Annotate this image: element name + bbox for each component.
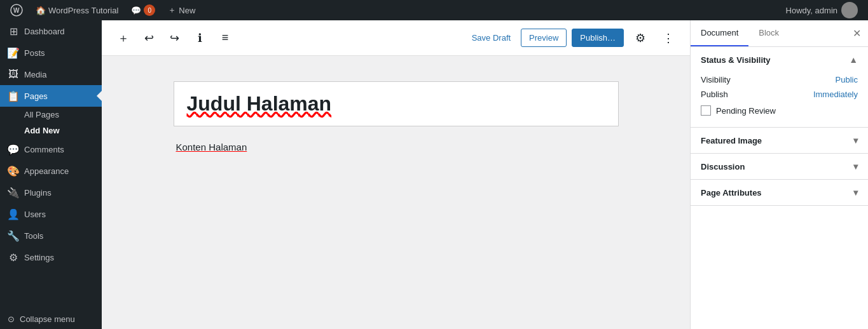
plugins-icon: 🔌 [8, 187, 19, 198]
comments-item[interactable]: 💬 0 [126, 0, 160, 20]
comments-icon: 💬 [8, 144, 19, 155]
visibility-value[interactable]: Public [836, 75, 858, 84]
pending-review-row: Pending Review [701, 102, 858, 119]
gear-button[interactable]: ⚙ [629, 27, 652, 50]
preview-button[interactable]: Preview [521, 29, 567, 47]
sidebar-item-dashboard[interactable]: ⊞ Dashboard [0, 20, 102, 42]
page-content[interactable]: Konten Halaman [176, 142, 616, 152]
media-icon: 🖼 [8, 69, 19, 80]
editor-content[interactable]: Judul Halaman Konten Halaman [102, 56, 690, 329]
collapse-icon: ⊙ [8, 314, 15, 324]
publish-label: Publish [701, 90, 728, 99]
tools-icon: 🔧 [8, 230, 19, 241]
content-block[interactable]: Konten Halaman [174, 142, 619, 152]
sidebar-label-posts: Posts [24, 48, 45, 58]
status-visibility-header[interactable]: Status & Visibility ▲ [691, 47, 868, 72]
redo-button[interactable]: ↪ [163, 27, 186, 50]
page-title[interactable]: Judul Halaman [187, 92, 605, 116]
right-panel: Document Block ✕ Status & Visibility ▲ V… [690, 20, 868, 329]
editor-toolbar: ＋ ↩ ↪ ℹ ≡ Save Draft Preview Publish… ⚙ … [102, 20, 690, 56]
featured-image-chevron: ▾ [853, 135, 858, 145]
block-info-button[interactable]: ℹ [188, 27, 211, 50]
avatar [841, 2, 858, 18]
publish-row: Publish Immediately [701, 87, 858, 102]
toolbar-right: Save Draft Preview Publish… ⚙ ⋮ [467, 27, 680, 50]
collapse-menu[interactable]: ⊙ Collapse menu [0, 309, 102, 329]
sidebar-item-media[interactable]: 🖼 Media [0, 64, 102, 85]
section-discussion: Discussion ▾ [691, 154, 868, 180]
visibility-label: Visibility [701, 75, 731, 84]
sidebar-label-settings: Settings [24, 253, 54, 262]
list-view-button[interactable]: ≡ [214, 27, 237, 50]
editor-area: ＋ ↩ ↪ ℹ ≡ Save Draft Preview Publish… ⚙ … [102, 20, 690, 329]
sidebar-sub-all-pages[interactable]: All Pages [0, 107, 102, 123]
comment-icon: 💬 [131, 6, 141, 15]
sidebar: ⊞ Dashboard 📝 Posts 🖼 Media 📋 Pages All … [0, 20, 102, 329]
sidebar-sub-add-new[interactable]: Add New [0, 123, 102, 138]
admin-bar: W 🏠 WordPress Tutorial 💬 0 ＋ New Howdy, … [0, 0, 868, 20]
settings-icon: ⚙ [8, 252, 19, 263]
sidebar-item-pages[interactable]: 📋 Pages [0, 85, 102, 107]
sidebar-item-plugins[interactable]: 🔌 Plugins [0, 182, 102, 203]
sidebar-label-plugins: Plugins [24, 188, 52, 198]
sidebar-item-settings[interactable]: ⚙ Settings [0, 246, 102, 268]
active-triangle [97, 91, 102, 101]
status-visibility-title: Status & Visibility [701, 55, 771, 65]
add-block-button[interactable]: ＋ [112, 27, 135, 50]
collapse-label: Collapse menu [20, 314, 75, 324]
panel-body: Status & Visibility ▲ Visibility Public … [691, 47, 868, 329]
sidebar-label-media: Media [24, 70, 46, 79]
discussion-title: Discussion [701, 162, 745, 171]
featured-image-header[interactable]: Featured Image ▾ [691, 128, 868, 153]
featured-image-title: Featured Image [701, 136, 762, 145]
new-item[interactable]: ＋ New [163, 0, 200, 20]
sidebar-label-dashboard: Dashboard [24, 27, 65, 36]
page-attributes-header[interactable]: Page Attributes ▾ [691, 180, 868, 205]
visibility-row: Visibility Public [701, 72, 858, 87]
tab-block[interactable]: Block [748, 20, 789, 46]
undo-button[interactable]: ↩ [137, 27, 160, 50]
page-attributes-title: Page Attributes [701, 188, 762, 198]
pending-review-label: Pending Review [716, 106, 776, 116]
sidebar-item-comments[interactable]: 💬 Comments [0, 138, 102, 160]
tab-document[interactable]: Document [691, 20, 748, 46]
site-name: WordPress Tutorial [48, 6, 118, 15]
sidebar-item-posts[interactable]: 📝 Posts [0, 42, 102, 64]
editor-inner: Judul Halaman Konten Halaman [174, 81, 619, 304]
site-name-item[interactable]: 🏠 WordPress Tutorial [31, 0, 123, 20]
pending-review-checkbox[interactable] [701, 105, 711, 116]
title-block[interactable]: Judul Halaman [174, 81, 619, 126]
all-pages-label: All Pages [24, 110, 59, 119]
more-options-button[interactable]: ⋮ [657, 27, 680, 50]
new-label: New [179, 6, 195, 15]
pages-icon: 📋 [8, 90, 19, 102]
sidebar-label-pages: Pages [24, 91, 48, 101]
posts-icon: 📝 [8, 47, 19, 58]
publish-value[interactable]: Immediately [813, 90, 858, 99]
sidebar-item-appearance[interactable]: 🎨 Appearance [0, 160, 102, 182]
section-featured-image: Featured Image ▾ [691, 128, 868, 154]
dashboard-icon: ⊞ [8, 25, 19, 37]
sidebar-label-appearance: Appearance [24, 166, 69, 176]
sidebar-item-users[interactable]: 👤 Users [0, 203, 102, 225]
publish-button[interactable]: Publish… [572, 29, 624, 47]
section-page-attributes: Page Attributes ▾ [691, 180, 868, 206]
discussion-chevron: ▾ [853, 161, 858, 171]
appearance-icon: 🎨 [8, 165, 19, 177]
status-visibility-body: Visibility Public Publish Immediately Pe… [691, 72, 868, 127]
status-visibility-chevron-up: ▲ [849, 55, 858, 65]
comments-badge: 0 [144, 4, 155, 16]
sidebar-item-tools[interactable]: 🔧 Tools [0, 225, 102, 246]
close-panel-button[interactable]: ✕ [845, 22, 868, 45]
save-draft-button[interactable]: Save Draft [467, 29, 516, 46]
svg-text:W: W [13, 7, 20, 14]
wp-logo-item[interactable]: W [5, 0, 28, 20]
main-layout: ⊞ Dashboard 📝 Posts 🖼 Media 📋 Pages All … [0, 20, 868, 329]
sidebar-label-users: Users [24, 210, 46, 219]
users-icon: 👤 [8, 208, 19, 220]
discussion-header[interactable]: Discussion ▾ [691, 154, 868, 179]
wp-logo-icon: W [10, 4, 23, 17]
sidebar-label-comments: Comments [24, 145, 64, 154]
sidebar-label-tools: Tools [24, 231, 43, 241]
plus-icon: ＋ [168, 4, 176, 16]
